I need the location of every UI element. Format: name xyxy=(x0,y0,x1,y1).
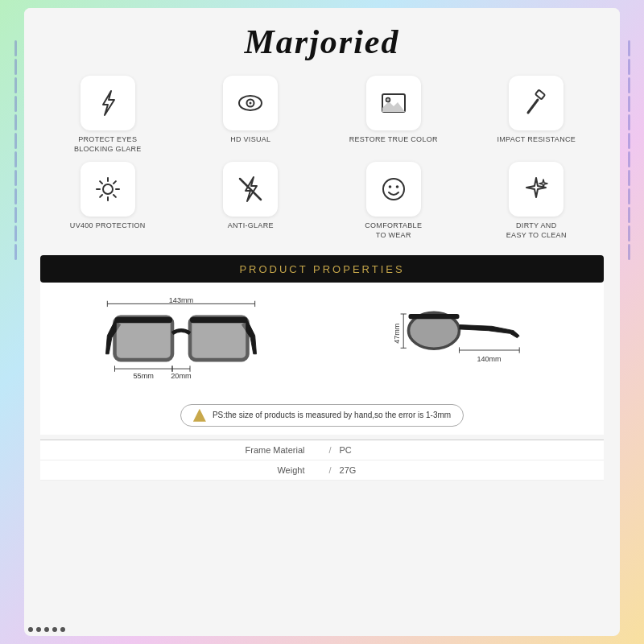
svg-line-16 xyxy=(114,181,116,184)
svg-rect-29 xyxy=(115,317,173,323)
feature-impact: IMPACT RESISTANCE xyxy=(469,76,605,154)
svg-rect-44 xyxy=(409,314,460,319)
sun-icon xyxy=(93,175,122,204)
hammer-icon xyxy=(522,89,551,118)
svg-line-17 xyxy=(100,195,102,197)
svg-point-22 xyxy=(395,186,398,189)
glasses-side-svg: 47mm 140mm xyxy=(390,295,535,391)
anti-glare-icon-box xyxy=(223,162,278,217)
side-bar-left xyxy=(8,40,23,604)
main-card: Marjoried PROTECT EYESBLOCKING GLARE xyxy=(24,8,620,636)
impact-icon-box xyxy=(509,76,564,130)
svg-marker-5 xyxy=(382,101,405,112)
product-properties-title: PRODUCT PROPERTIES xyxy=(239,263,404,275)
uv400-label: UV400 PROTECTION xyxy=(70,221,146,231)
note-box: PS:the size of products is measured by h… xyxy=(40,399,604,435)
feature-comfortable: COMFORTABLETO WEAR xyxy=(326,162,461,240)
sparkle-icon xyxy=(522,175,551,204)
image-icon xyxy=(379,89,408,118)
restore-color-icon-box xyxy=(366,76,421,130)
note-triangle-icon xyxy=(193,409,206,422)
eye-icon xyxy=(236,89,265,118)
spec-sep-material: / xyxy=(328,445,331,455)
lightning-icon xyxy=(93,89,122,118)
hd-visual-icon-box xyxy=(223,76,278,130)
protect-eyes-label: PROTECT EYESBLOCKING GLARE xyxy=(74,135,142,154)
note-text: PS:the size of products is measured by h… xyxy=(213,411,451,419)
note-inner: PS:the size of products is measured by h… xyxy=(180,404,464,427)
svg-line-14 xyxy=(100,181,102,184)
anti-glare-label: ANTI-GLARE xyxy=(228,221,274,231)
svg-point-9 xyxy=(103,184,113,194)
svg-rect-30 xyxy=(190,317,248,323)
specs-table: Frame Material / PC Weight / 27G xyxy=(40,440,604,481)
svg-rect-27 xyxy=(115,317,173,360)
svg-marker-0 xyxy=(103,91,114,115)
svg-point-21 xyxy=(388,186,391,189)
easy-clean-label: DIRTY ANDEASY TO CLEAN xyxy=(506,221,567,240)
uv400-icon-box xyxy=(80,162,135,217)
spec-sep-weight: / xyxy=(328,465,331,475)
svg-line-8 xyxy=(528,100,538,113)
dimensions-section: 143mm xyxy=(40,283,604,399)
svg-text:20mm: 20mm xyxy=(171,372,192,380)
protect-eyes-icon-box xyxy=(80,76,135,130)
svg-text:143mm: 143mm xyxy=(169,295,194,303)
feature-restore-color: RESTORE TRUE COLOR xyxy=(326,76,461,154)
spec-key-material: Frame Material xyxy=(56,445,320,455)
svg-text:55mm: 55mm xyxy=(134,372,155,380)
spec-row-weight: Weight / 27G xyxy=(40,460,604,481)
svg-line-15 xyxy=(114,195,116,197)
svg-point-20 xyxy=(383,179,404,200)
feature-hd-visual: HD VISUAL xyxy=(184,76,319,154)
feature-protect-eyes: PROTECT EYESBLOCKING GLARE xyxy=(40,76,175,154)
svg-text:47mm: 47mm xyxy=(393,324,401,344)
side-bar-right xyxy=(621,40,636,604)
spec-row-material: Frame Material / PC xyxy=(40,440,604,460)
easy-clean-icon-box xyxy=(509,162,564,217)
restore-color-label: RESTORE TRUE COLOR xyxy=(349,135,438,145)
spec-val-weight: 27G xyxy=(340,465,588,475)
svg-rect-7 xyxy=(535,90,545,100)
brand-title: Marjoried xyxy=(244,23,399,60)
hd-visual-label: HD VISUAL xyxy=(230,135,270,145)
background: Marjoried PROTECT EYESBLOCKING GLARE xyxy=(0,0,644,644)
product-properties-banner: PRODUCT PROPERTIES xyxy=(40,255,604,283)
svg-text:140mm: 140mm xyxy=(477,354,501,362)
feature-uv400: UV400 PROTECTION xyxy=(40,162,175,240)
features-grid: PROTECT EYESBLOCKING GLARE HD VISUAL xyxy=(24,68,620,249)
glasses-front-svg: 143mm xyxy=(93,295,270,391)
glasses-side-view: 47mm 140mm xyxy=(330,295,596,391)
feature-anti-glare: ANTI-GLARE xyxy=(184,162,319,240)
impact-label: IMPACT RESISTANCE xyxy=(497,135,576,145)
feature-easy-clean: DIRTY ANDEASY TO CLEAN xyxy=(469,162,605,240)
svg-rect-28 xyxy=(190,317,248,360)
decorative-dots-bottom xyxy=(28,627,65,632)
svg-point-3 xyxy=(250,102,252,105)
no-lightning-icon xyxy=(236,175,265,204)
svg-point-6 xyxy=(386,98,390,102)
header: Marjoried xyxy=(24,8,620,68)
spec-val-material: PC xyxy=(340,445,588,455)
comfortable-label: COMFORTABLETO WEAR xyxy=(365,221,422,240)
glasses-front-view: 143mm xyxy=(48,295,314,391)
smiley-icon xyxy=(379,175,408,204)
comfortable-icon-box xyxy=(366,162,421,217)
spec-key-weight: Weight xyxy=(56,465,320,475)
